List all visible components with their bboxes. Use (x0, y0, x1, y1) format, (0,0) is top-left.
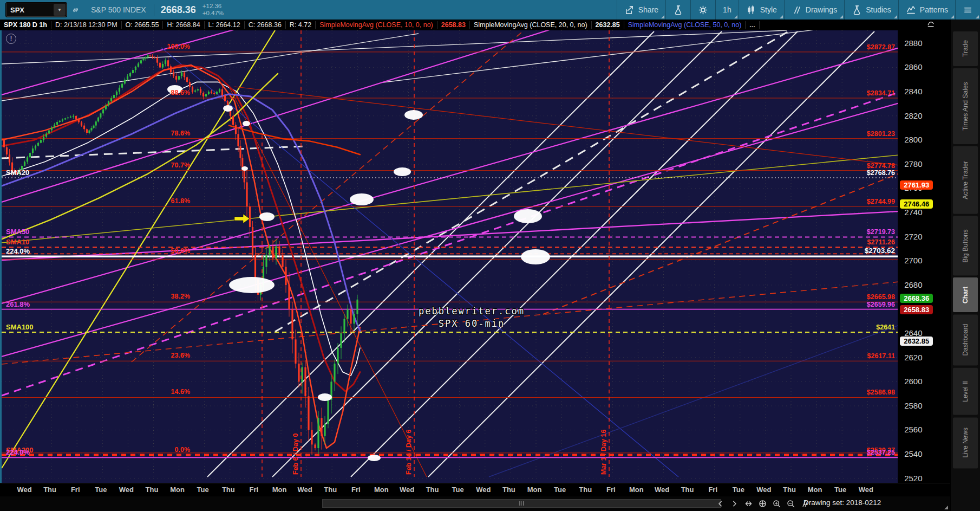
highlight-ellipse (394, 167, 411, 176)
1h-button[interactable]: 1h (715, 0, 739, 20)
price-badge: 2668.36 (900, 294, 933, 303)
labels-layer: 100.0%$2872.8788.6%$2834.7178.6%$2801.23… (6, 43, 895, 456)
x-axis-label: Wed (854, 486, 878, 494)
yellow-arrow-icon (234, 214, 250, 223)
x-axis-label: Thu (573, 486, 597, 494)
flask-icon (673, 5, 683, 15)
zoom-out-button[interactable] (786, 499, 795, 508)
patterns-button[interactable]: Patterns (898, 0, 955, 20)
price-level-label: SMA20 (6, 169, 29, 177)
header-field: R: 4.72 (286, 21, 316, 29)
resize-corner-icon[interactable] (944, 506, 948, 509)
chart-canvas[interactable]: Feb 6 / Day 0Feb 14 / Day 6Mar 1 / Day 1… (0, 30, 898, 483)
highlight-ellipse (404, 110, 423, 120)
x-axis-label: Tue (191, 486, 215, 494)
zoom-in-icon (772, 499, 781, 508)
y-axis-tick: 2540 (904, 449, 922, 458)
x-axis-label: Mon (624, 486, 648, 494)
change-percent: +0.47% (202, 10, 224, 17)
y-axis-tick: 2720 (904, 232, 922, 241)
header-field: SimpleMovingAvg (CLOSE, 10, 0, no) (316, 21, 437, 29)
gear-button[interactable] (690, 0, 715, 20)
sidebar-tab-active-trader[interactable]: Active Trader (953, 146, 978, 214)
highlight-ellipse (243, 121, 250, 126)
header-field: O: 2665.55 (122, 21, 164, 29)
header-field: ... (746, 21, 759, 29)
price-axis[interactable]: 2880286028402820280027802760274027202700… (898, 30, 950, 483)
event-line-label: Mar 1 / Day 16 (600, 429, 607, 474)
price-level-label: 224.0% (6, 448, 30, 456)
right-arrow-icon (730, 499, 739, 508)
header-field: SPX 180 D 1h (0, 21, 51, 29)
price-badge: 2761.93 (900, 180, 933, 190)
sidebar-tab-trade[interactable]: Trade (953, 31, 978, 66)
sidebar-tab-chart[interactable]: Chart (953, 277, 978, 312)
price-level-label: $2711.26 (867, 238, 895, 246)
left-arrow-button[interactable] (716, 499, 725, 508)
x-axis-label: Thu (38, 486, 62, 494)
double-arrow-icon (744, 499, 753, 508)
watermark-line2: SPX 60-min (352, 318, 591, 329)
price-level-label: $2586.98 (867, 389, 895, 396)
sidebar-tab-live-news[interactable]: Live News (953, 417, 978, 468)
y-axis-tick: 2680 (904, 280, 922, 289)
flask-icon (852, 5, 862, 15)
pan-button[interactable] (758, 499, 767, 508)
double-arrow-button[interactable] (744, 499, 753, 508)
sidebar-tab-big-buttons[interactable]: Big Buttons (953, 216, 978, 276)
button-label: Drawings (806, 5, 837, 14)
chart-scrollbar-thumb[interactable] (322, 499, 721, 508)
x-axis-label: Fri (63, 486, 87, 494)
button-label: Style (760, 5, 777, 14)
price-level-label: $2659.96 (867, 300, 895, 308)
right-sidebar: TradeTimes And SalesActive TraderBig But… (950, 20, 980, 511)
highlight-ellipse (350, 193, 374, 205)
top-toolbar: SPX ▼ S&P 500 INDEX 2668.36 +12.36 +0.47… (0, 0, 980, 20)
x-axis-label: Thu (778, 486, 801, 494)
y-axis-tick: 2620 (904, 353, 922, 362)
link-icon (71, 5, 80, 15)
price-badge: 2746.46 (900, 199, 933, 209)
price-badge: 2658.83 (900, 305, 933, 314)
drawing-set-label: Drawing set: 2018-0212 (803, 499, 881, 507)
zoom-in-button[interactable] (772, 499, 781, 508)
symbol-input[interactable]: SPX ▼ (5, 2, 67, 17)
button-label: Patterns (920, 5, 948, 14)
dma-darkred (2, 65, 360, 391)
chart-column: SPX 180 D 1h D: 2/13/18 12:30 PMO: 2665.… (0, 20, 950, 511)
x-axis-label: Wed (12, 486, 36, 494)
info-icon[interactable]: ! (6, 34, 16, 44)
button-label: Studies (866, 5, 891, 14)
link-icon[interactable] (67, 0, 83, 20)
sidebar-tab-dashboard[interactable]: Dashboard (953, 314, 978, 365)
x-axis-label: Tue (548, 486, 572, 494)
slashes-icon (792, 5, 802, 15)
right-arrow-button[interactable] (730, 499, 739, 508)
x-axis-label: Fri (599, 486, 623, 494)
x-axis-label: Tue (828, 486, 852, 494)
symbol-dropdown-arrow-icon[interactable]: ▼ (54, 4, 66, 16)
y-axis-tick: 2800 (904, 135, 922, 144)
main-area: SPX 180 D 1h D: 2/13/18 12:30 PMO: 2665.… (0, 20, 980, 511)
header-field: D: 2/13/18 12:30 PM (51, 21, 122, 29)
price-scale-mode-icon[interactable] (927, 20, 935, 30)
y-axis-tick: 2520 (904, 474, 922, 483)
drawings-button[interactable]: Drawings (784, 0, 844, 20)
sidebar-tab-level-ii[interactable]: Level II (953, 368, 978, 415)
price-level-label: $2537.25 (867, 449, 895, 456)
time-axis[interactable]: WedThuFriTueWedThuMonTueThuFriMonWedThuF… (0, 483, 950, 497)
menu-button[interactable] (955, 0, 980, 20)
header-field: C: 2668.36 (245, 21, 286, 29)
left-arrow-icon (716, 499, 725, 508)
style-button[interactable]: Style (739, 0, 784, 20)
price-level-label: $2834.71 (867, 89, 895, 97)
price-level-label: 70.7% (171, 161, 190, 169)
highlight-ellipse (259, 212, 275, 221)
y-axis-tick: 2700 (904, 256, 922, 265)
studies-button[interactable]: Studies (844, 0, 898, 20)
sidebar-tab-times-and-sales[interactable]: Times And Sales (953, 68, 978, 144)
last-price: 2668.36 (154, 4, 202, 16)
flask-button[interactable] (665, 0, 690, 20)
price-level-label: $2641 (876, 324, 895, 331)
share-button[interactable]: Share (617, 0, 665, 20)
